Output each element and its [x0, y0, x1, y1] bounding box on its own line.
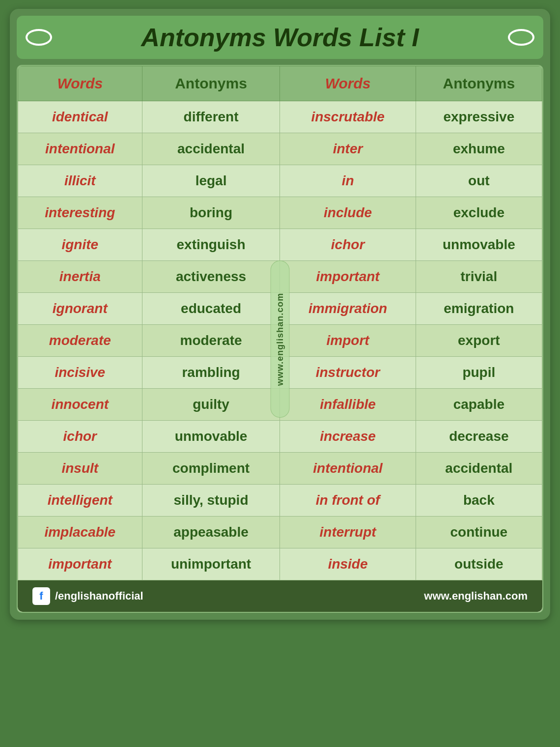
word-cell: increase — [280, 421, 416, 453]
col-header-words1: Words — [18, 66, 142, 101]
word-cell: ignorant — [18, 293, 142, 325]
table-row: identicaldifferentinscrutableexpressive — [18, 101, 542, 133]
table-row: interestingboringincludeexclude — [18, 197, 542, 229]
antonym-cell: export — [416, 325, 542, 357]
facebook-handle: /englishanofficial — [55, 590, 143, 603]
word-cell: in front of — [280, 485, 416, 517]
antonym-cell: guilty — [142, 389, 280, 421]
word-cell: inter — [280, 133, 416, 165]
table-row: implacableappeasableinterruptcontinue — [18, 517, 542, 548]
antonym-cell: moderate — [142, 325, 280, 357]
antonym-cell: accidental — [142, 133, 280, 165]
word-cell: important — [280, 261, 416, 293]
footer-website: www.englishan.com — [424, 590, 528, 603]
table-row: incisiveramblinginstructorpupil — [18, 357, 542, 389]
word-cell: moderate — [18, 325, 142, 357]
table-row: ignoranteducatedimmigrationemigration — [18, 293, 542, 325]
antonym-cell: different — [142, 101, 280, 133]
antonym-cell: decrease — [416, 421, 542, 453]
word-cell: insult — [18, 453, 142, 485]
antonym-cell: exclude — [416, 197, 542, 229]
antonym-cell: boring — [142, 197, 280, 229]
header-oval-right — [508, 29, 534, 46]
antonym-cell: extinguish — [142, 229, 280, 261]
word-cell: in — [280, 165, 416, 197]
word-cell: infallible — [280, 389, 416, 421]
antonym-cell: appeasable — [142, 517, 280, 548]
antonym-cell: back — [416, 485, 542, 517]
word-cell: interrupt — [280, 517, 416, 548]
antonym-cell: unmovable — [142, 421, 280, 453]
antonym-cell: silly, stupid — [142, 485, 280, 517]
antonym-cell: outside — [416, 548, 542, 580]
word-cell: intentional — [280, 453, 416, 485]
table-row: illicitlegalinout — [18, 165, 542, 197]
antonym-cell: accidental — [416, 453, 542, 485]
word-cell: immigration — [280, 293, 416, 325]
word-cell: inscrutable — [280, 101, 416, 133]
word-cell: instructor — [280, 357, 416, 389]
word-cell: incisive — [18, 357, 142, 389]
antonyms-table: Words Antonyms Words Antonyms identicald… — [18, 66, 542, 580]
table-wrapper: Words Antonyms Words Antonyms identicald… — [17, 65, 543, 613]
col-header-antonyms1: Antonyms — [142, 66, 280, 101]
antonym-cell: pupil — [416, 357, 542, 389]
facebook-icon: f — [32, 587, 50, 605]
word-cell: inside — [280, 548, 416, 580]
table-row: innocentguiltyinfalliblecapable — [18, 389, 542, 421]
word-cell: important — [18, 548, 142, 580]
table-header-row: Words Antonyms Words Antonyms — [18, 66, 542, 101]
antonym-cell: unmovable — [416, 229, 542, 261]
word-cell: identical — [18, 101, 142, 133]
word-cell: intelligent — [18, 485, 142, 517]
antonym-cell: emigration — [416, 293, 542, 325]
antonym-cell: rambling — [142, 357, 280, 389]
word-cell: ichor — [280, 229, 416, 261]
table-row: intentionalaccidentalinterexhume — [18, 133, 542, 165]
footer: f /englishanofficial www.englishan.com — [18, 580, 542, 612]
antonym-cell: trivial — [416, 261, 542, 293]
table-row: moderatemoderateimportexport — [18, 325, 542, 357]
word-cell: innocent — [18, 389, 142, 421]
antonym-cell: out — [416, 165, 542, 197]
table-row: inertiaactivenessimportanttrivial — [18, 261, 542, 293]
table-row: igniteextinguishichorunmovable — [18, 229, 542, 261]
antonym-cell: capable — [416, 389, 542, 421]
antonym-cell: continue — [416, 517, 542, 548]
header-oval-left — [26, 29, 52, 46]
table-row: intelligentsilly, stupidin front ofback — [18, 485, 542, 517]
antonym-cell: educated — [142, 293, 280, 325]
col-header-words2: Words — [280, 66, 416, 101]
antonym-cell: unimportant — [142, 548, 280, 580]
antonym-cell: activeness — [142, 261, 280, 293]
table-row: ichorunmovableincreasedecrease — [18, 421, 542, 453]
word-cell: implacable — [18, 517, 142, 548]
antonym-cell: expressive — [416, 101, 542, 133]
table-row: importantunimportantinsideoutside — [18, 548, 542, 580]
word-cell: ignite — [18, 229, 142, 261]
table-row: insultcomplimentintentionalaccidental — [18, 453, 542, 485]
word-cell: inertia — [18, 261, 142, 293]
antonym-cell: exhume — [416, 133, 542, 165]
page-title: Antonyms Words List I — [141, 23, 419, 52]
word-cell: ichor — [18, 421, 142, 453]
col-header-antonyms2: Antonyms — [416, 66, 542, 101]
word-cell: import — [280, 325, 416, 357]
header: Antonyms Words List I — [17, 16, 543, 59]
antonym-cell: legal — [142, 165, 280, 197]
word-cell: interesting — [18, 197, 142, 229]
antonym-cell: compliment — [142, 453, 280, 485]
footer-left: f /englishanofficial — [32, 587, 143, 605]
word-cell: illicit — [18, 165, 142, 197]
word-cell: intentional — [18, 133, 142, 165]
card: Antonyms Words List I Words Antonyms Wor… — [10, 9, 550, 620]
word-cell: include — [280, 197, 416, 229]
